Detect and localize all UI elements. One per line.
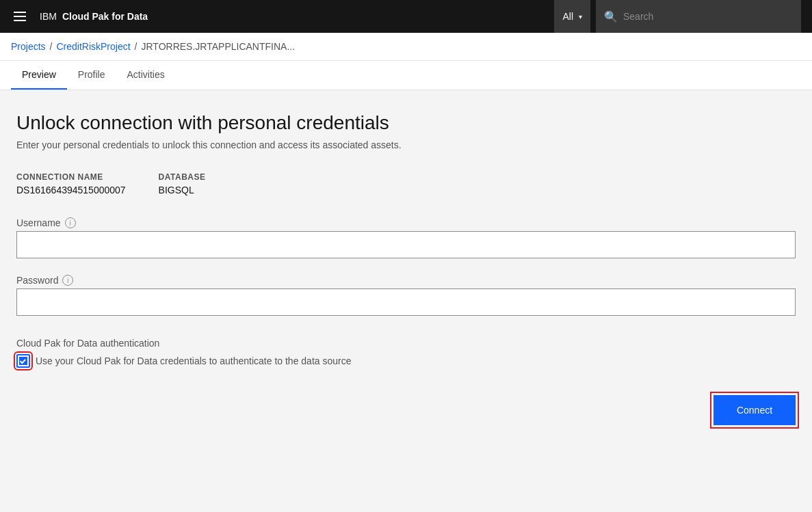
search-filter-label: All [562,11,573,22]
tab-preview[interactable]: Preview [11,61,67,90]
username-label: Username i [16,217,796,228]
connection-name-group: CONNECTION NAME DS161664394515000007 [16,172,126,196]
page-title: Unlock connection with personal credenti… [16,112,796,134]
connection-name-value: DS161664394515000007 [16,185,126,196]
password-field-group: Password i [16,275,796,316]
connect-button[interactable]: Connect [713,395,796,425]
database-value: BIGSQL [159,185,206,196]
cloud-pak-auth-checkbox-wrap[interactable] [16,354,30,368]
page-subtitle: Enter your personal credentials to unloc… [16,139,796,150]
tab-activities[interactable]: Activities [116,61,175,90]
database-group: DATABASE BIGSQL [159,172,206,196]
password-input[interactable] [16,288,796,316]
breadcrumb: Projects / CreditRiskProject / JRTORRES.… [0,33,812,61]
search-input[interactable] [623,11,793,22]
main-content: Unlock connection with personal credenti… [0,90,812,508]
breadcrumb-asset: JRTORRES.JRTAPPLICANTFINA... [142,41,296,52]
credentials-form: Username i Password i [16,217,796,316]
breadcrumb-sep-1: / [50,41,53,52]
navbar: IBM Cloud Pak for Data All ▾ 🔍 [0,0,812,33]
cloud-pak-auth-label: Cloud Pak for Data authentication [16,338,796,349]
tab-profile[interactable]: Profile [67,61,116,90]
cloud-pak-auth-checkbox-label: Use your Cloud Pak for Data credentials … [36,355,352,366]
checkbox-row: Use your Cloud Pak for Data credentials … [16,354,796,368]
actions-area: Connect [16,395,796,425]
breadcrumb-project[interactable]: CreditRiskProject [56,41,130,52]
cloud-pak-auth-section: Cloud Pak for Data authentication Use yo… [16,338,796,368]
connection-details-row: CONNECTION NAME DS161664394515000007 DAT… [16,172,796,196]
app-brand: IBM Cloud Pak for Data [40,11,148,22]
hamburger-menu[interactable] [11,9,29,24]
search-area: All ▾ 🔍 [554,0,801,33]
database-label: DATABASE [159,172,206,182]
search-filter-dropdown[interactable]: All ▾ [554,0,590,33]
breadcrumb-sep-2: / [135,41,137,52]
connection-name-label: CONNECTION NAME [16,172,126,182]
username-field-group: Username i [16,217,796,258]
chevron-down-icon: ▾ [579,13,582,21]
search-input-wrap: 🔍 [596,0,801,33]
brand-ibm: IBM [40,11,57,22]
username-info-icon[interactable]: i [65,217,76,228]
username-input[interactable] [16,231,796,258]
password-info-icon[interactable]: i [62,275,73,286]
brand-product: Cloud Pak for Data [62,11,148,22]
search-icon: 🔍 [604,10,618,23]
breadcrumb-projects[interactable]: Projects [11,41,46,52]
tabs-bar: Preview Profile Activities [0,61,812,90]
password-label: Password i [16,275,796,286]
